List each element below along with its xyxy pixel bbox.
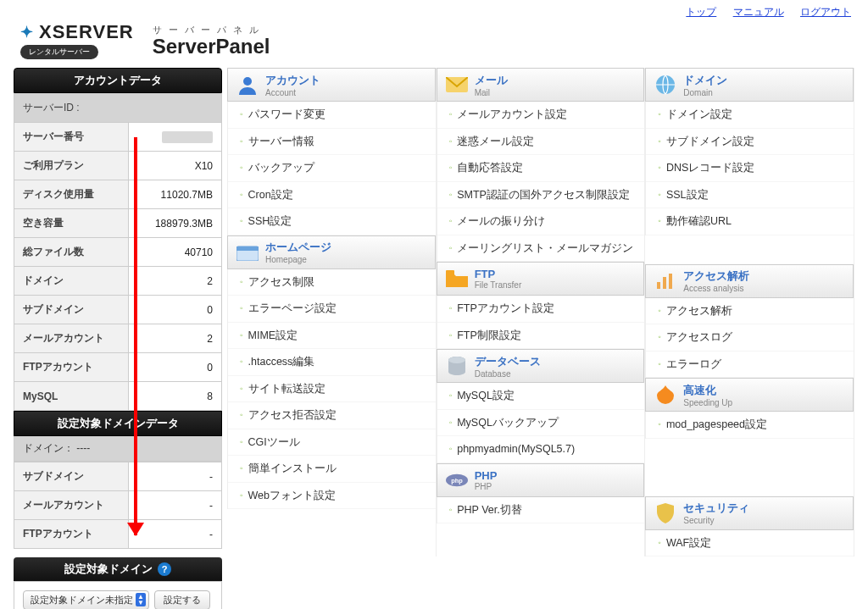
link-manual[interactable]: マニュアル bbox=[733, 6, 784, 18]
link-mail-filter[interactable]: ◦メールの振り分け bbox=[437, 208, 645, 235]
domain-data-table: サブドメイン- メールアカウント- FTPアカウント- bbox=[14, 462, 222, 549]
links-domain: ◦ドメイン設定 ◦サブドメイン設定 ◦DNSレコード設定 ◦SSL設定 ◦動作確… bbox=[645, 102, 854, 235]
links-speedup: ◦mod_pagespeed設定 bbox=[645, 412, 854, 439]
link-webfont[interactable]: ◦Webフォント設定 bbox=[228, 483, 436, 510]
speed-icon bbox=[654, 384, 676, 406]
column-2: メールMail ◦メールアカウント設定 ◦迷惑メール設定 ◦自動応答設定 ◦SM… bbox=[437, 68, 646, 556]
link-waf[interactable]: ◦WAF設定 bbox=[646, 530, 854, 557]
link-spam[interactable]: ◦迷惑メール設定 bbox=[437, 129, 645, 156]
link-top[interactable]: トップ bbox=[686, 6, 716, 18]
link-htaccess[interactable]: ◦.htaccess編集 bbox=[228, 349, 436, 376]
brand-icon: ✦ bbox=[20, 23, 34, 42]
link-smtp-foreign[interactable]: ◦SMTP認証の国外アクセス制限設定 bbox=[437, 182, 645, 209]
section-php: php PHPPHP bbox=[437, 463, 645, 497]
link-subdomain[interactable]: ◦サブドメイン設定 bbox=[646, 129, 854, 156]
link-mime[interactable]: ◦MIME設定 bbox=[228, 323, 436, 350]
header: ✦ XSERVER レンタルサーバー サーバーパネル ServerPanel bbox=[0, 19, 868, 68]
section-security: セキュリティSecurity bbox=[645, 496, 854, 530]
link-cron[interactable]: ◦Cron設定 bbox=[228, 182, 436, 209]
select-arrows-icon: ▲▼ bbox=[136, 593, 146, 606]
link-server-info[interactable]: ◦サーバー情報 bbox=[228, 129, 436, 156]
shield-icon bbox=[654, 502, 676, 524]
links-account: ◦パスワード変更 ◦サーバー情報 ◦バックアップ ◦Cron設定 ◦SSH設定 bbox=[227, 102, 436, 235]
target-domain-set-button[interactable]: 設定する bbox=[154, 590, 210, 609]
svg-rect-4 bbox=[446, 270, 454, 275]
link-ftp-restrict[interactable]: ◦FTP制限設定 bbox=[437, 323, 645, 350]
links-ftp: ◦FTPアカウント設定 ◦FTP制限設定 bbox=[437, 296, 645, 349]
section-access: アクセス解析Access analysis bbox=[645, 264, 854, 298]
link-ssh[interactable]: ◦SSH設定 bbox=[228, 208, 436, 235]
person-icon bbox=[236, 74, 259, 96]
links-php: ◦PHP Ver.切替 bbox=[437, 497, 645, 524]
svg-text:php: php bbox=[451, 477, 463, 484]
section-mail: メールMail bbox=[437, 68, 645, 102]
links-access: ◦アクセス解析 ◦アクセスログ ◦エラーログ bbox=[645, 298, 854, 379]
svg-rect-12 bbox=[669, 274, 672, 289]
links-security: ◦WAF設定 bbox=[645, 530, 854, 557]
chart-icon bbox=[654, 270, 676, 292]
link-mysql-settings[interactable]: ◦MySQL設定 bbox=[437, 383, 645, 410]
link-logout[interactable]: ログアウト bbox=[800, 6, 851, 18]
link-phpmyadmin[interactable]: ◦phpmyadmin(MySQL5.7) bbox=[437, 436, 645, 463]
link-password-change[interactable]: ◦パスワード変更 bbox=[228, 102, 436, 129]
domain-line: ドメイン： ---- bbox=[14, 436, 222, 462]
target-domain-select[interactable]: 設定対象ドメイン未指定 ▲▼ bbox=[23, 590, 149, 609]
link-dns[interactable]: ◦DNSレコード設定 bbox=[646, 155, 854, 182]
panel-title: ServerPanel bbox=[153, 36, 270, 57]
link-mailing-list[interactable]: ◦メーリングリスト・メールマガジン bbox=[437, 235, 645, 263]
link-backup[interactable]: ◦バックアップ bbox=[228, 155, 436, 182]
links-mail: ◦メールアカウント設定 ◦迷惑メール設定 ◦自動応答設定 ◦SMTP認証の国外ア… bbox=[437, 102, 645, 262]
link-domain-settings[interactable]: ◦ドメイン設定 bbox=[646, 102, 854, 129]
links-homepage: ◦アクセス制限 ◦エラーページ設定 ◦MIME設定 ◦.htaccess編集 ◦… bbox=[227, 269, 436, 510]
brand-logo: ✦ XSERVER bbox=[20, 21, 134, 43]
section-homepage: ホームページHomepage bbox=[227, 235, 436, 269]
link-check-url[interactable]: ◦動作確認URL bbox=[646, 208, 854, 235]
account-data-table: サーバーID : サーバー番号 ご利用プランX10 ディスク使用量11020.7… bbox=[14, 93, 222, 411]
mail-icon bbox=[446, 74, 468, 96]
database-icon bbox=[446, 355, 468, 377]
svg-rect-10 bbox=[657, 282, 660, 289]
svg-rect-11 bbox=[663, 277, 666, 289]
server-number-masked bbox=[162, 131, 213, 143]
links-database: ◦MySQL設定 ◦MySQLバックアップ ◦phpmyadmin(MySQL5… bbox=[437, 383, 645, 463]
link-pagespeed[interactable]: ◦mod_pagespeed設定 bbox=[646, 412, 854, 439]
link-easy-install[interactable]: ◦簡単インストール bbox=[228, 456, 436, 483]
top-links: トップ マニュアル ログアウト bbox=[0, 0, 868, 19]
help-icon[interactable]: ? bbox=[158, 562, 171, 576]
section-domain: ドメインDomain bbox=[645, 68, 854, 102]
column-3: ドメインDomain ◦ドメイン設定 ◦サブドメイン設定 ◦DNSレコード設定 … bbox=[645, 68, 854, 556]
svg-point-6 bbox=[448, 357, 465, 363]
globe-icon bbox=[654, 74, 676, 96]
sidebar: アカウントデータ サーバーID : サーバー番号 ご利用プランX10 ディスク使… bbox=[14, 68, 222, 609]
column-1: アカウントAccount ◦パスワード変更 ◦サーバー情報 ◦バックアップ ◦C… bbox=[227, 68, 437, 556]
svg-point-0 bbox=[243, 77, 252, 86]
section-database: データベースDatabase bbox=[437, 349, 645, 383]
link-cgi[interactable]: ◦CGIツール bbox=[228, 429, 436, 457]
link-ssl[interactable]: ◦SSL設定 bbox=[646, 182, 854, 209]
link-php-ver[interactable]: ◦PHP Ver.切替 bbox=[437, 497, 645, 524]
link-access-restrict[interactable]: ◦アクセス制限 bbox=[228, 269, 436, 296]
php-icon: php bbox=[446, 469, 468, 491]
link-error-page[interactable]: ◦エラーページ設定 bbox=[228, 296, 436, 323]
link-access-analysis[interactable]: ◦アクセス解析 bbox=[646, 298, 854, 325]
section-account: アカウントAccount bbox=[227, 68, 436, 102]
section-ftp: FTPFile Transfer bbox=[437, 262, 645, 296]
link-autoreply[interactable]: ◦自動応答設定 bbox=[437, 155, 645, 182]
link-mail-account[interactable]: ◦メールアカウント設定 bbox=[437, 102, 645, 129]
link-site-transfer[interactable]: ◦サイト転送設定 bbox=[228, 376, 436, 403]
link-access-deny[interactable]: ◦アクセス拒否設定 bbox=[228, 402, 436, 429]
link-mysql-backup[interactable]: ◦MySQLバックアップ bbox=[437, 410, 645, 437]
link-error-log[interactable]: ◦エラーログ bbox=[646, 352, 854, 379]
domain-data-header: 設定対象ドメインデータ bbox=[14, 411, 222, 436]
section-speedup: 高速化Speeding Up bbox=[645, 378, 854, 412]
link-ftp-account[interactable]: ◦FTPアカウント設定 bbox=[437, 296, 645, 323]
target-domain-header: 設定対象ドメイン ? bbox=[14, 557, 222, 581]
svg-rect-2 bbox=[236, 246, 259, 251]
main-panel: アカウントAccount ◦パスワード変更 ◦サーバー情報 ◦バックアップ ◦C… bbox=[227, 68, 854, 609]
homepage-icon bbox=[236, 241, 259, 263]
account-data-header: アカウントデータ bbox=[14, 68, 222, 93]
folder-icon bbox=[446, 268, 468, 290]
link-access-log[interactable]: ◦アクセスログ bbox=[646, 324, 854, 352]
brand-badge: レンタルサーバー bbox=[20, 45, 98, 59]
